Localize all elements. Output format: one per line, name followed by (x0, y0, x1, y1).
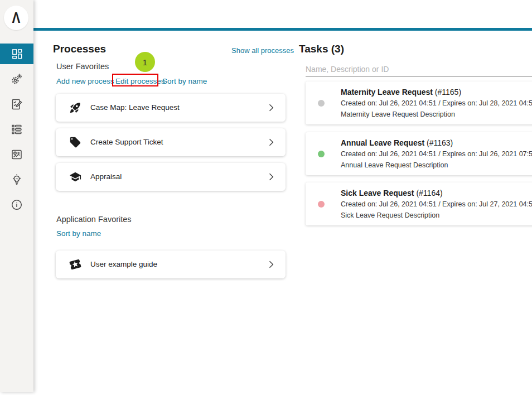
task-id: (#1163) (427, 138, 453, 147)
show-all-processes-link[interactable]: Show all processes (231, 46, 294, 55)
ticket-icon (68, 257, 83, 272)
sidebar: Λ (0, 0, 33, 392)
task-id: (#1164) (416, 189, 442, 198)
sidebar-item-task-list[interactable] (0, 117, 33, 142)
dashboard-icon (11, 47, 23, 60)
task-meta: Created on: Jul 26, 2021 04:51 / Expires… (341, 99, 532, 108)
sidebar-item-dashboard[interactable] (0, 44, 33, 64)
user-favorites-title: User Favorites (56, 62, 109, 71)
sidebar-item-settings[interactable] (0, 66, 33, 91)
annotation-step-badge: 1 (135, 52, 155, 72)
sidebar-item-forms[interactable] (0, 91, 33, 117)
process-card-create-support-ticket[interactable]: Create Support Ticket (56, 128, 286, 156)
rocket-icon (69, 102, 81, 114)
chevron-right-icon (265, 137, 277, 148)
task-title: Maternity Leave Request (341, 88, 433, 97)
report-icon (10, 148, 23, 161)
app-logo[interactable]: Λ (4, 6, 28, 30)
task-meta: Created on: Jul 26, 2021 04:51 / Expires… (341, 200, 532, 209)
chevron-right-icon (265, 102, 277, 113)
task-title: Sick Leave Request (341, 189, 414, 198)
task-search-input[interactable] (306, 61, 532, 77)
sidebar-item-info[interactable] (0, 192, 33, 217)
chevron-right-icon (265, 259, 277, 270)
tag-icon (69, 136, 81, 148)
task-title: Annual Leave Request (341, 138, 424, 147)
process-card-label: User example guide (90, 251, 157, 278)
sidebar-item-reports[interactable] (0, 142, 33, 167)
tasks-title: Tasks (3) (299, 43, 344, 55)
app-logo-glyph: Λ (12, 11, 21, 26)
task-card-maternity-leave[interactable]: Maternity Leave Request (#1165) Created … (306, 81, 532, 124)
processes-title: Processes (53, 43, 106, 55)
edit-processes-link[interactable]: Edit processes (115, 77, 165, 85)
chevron-right-icon (265, 171, 277, 182)
task-status-dot (318, 201, 325, 208)
task-description: Annual Leave Request Description (341, 161, 532, 170)
task-meta: Created on: Jul 26, 2021 04:51 / Expires… (341, 150, 532, 158)
info-icon (10, 198, 23, 211)
task-status-dot (318, 100, 325, 107)
app-sort-by-name-link[interactable]: Sort by name (56, 229, 101, 238)
task-list-icon (10, 123, 23, 136)
process-card-appraisal[interactable]: Appraisal (56, 163, 286, 191)
task-description: Maternity Leave Request Description (341, 110, 532, 119)
application-favorites-title: Application Favorites (56, 215, 132, 224)
form-edit-icon (10, 98, 23, 111)
lightbulb-icon (10, 173, 23, 186)
sort-by-name-link[interactable]: Sort by name (162, 77, 207, 85)
gears-icon (10, 73, 23, 86)
task-description: Sick Leave Request Description (341, 211, 532, 220)
task-card-annual-leave[interactable]: Annual Leave Request (#1163) Created on:… (306, 132, 532, 175)
add-new-process-link[interactable]: Add new process (56, 77, 114, 85)
sidebar-item-tips[interactable] (0, 167, 33, 192)
top-header-bar (33, 0, 532, 31)
task-id: (#1165) (435, 88, 461, 97)
process-card-user-example-guide[interactable]: User example guide (56, 251, 286, 278)
task-status-dot (318, 151, 325, 157)
process-card-case-map-leave-request[interactable]: Case Map: Leave Request (56, 94, 286, 122)
task-card-sick-leave[interactable]: Sick Leave Request (#1164) Created on: J… (306, 182, 532, 225)
process-card-label: Create Support Ticket (90, 128, 163, 156)
process-card-label: Case Map: Leave Request (90, 94, 180, 122)
portal-dashboard: Λ (0, 0, 532, 395)
process-card-label: Appraisal (90, 163, 122, 191)
graduation-cap-icon (69, 171, 81, 183)
